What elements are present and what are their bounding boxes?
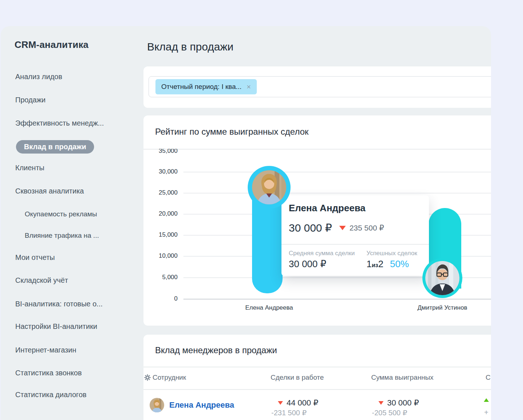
sidebar-item-bi-reports[interactable]: BI-аналитика: готовые о... xyxy=(15,300,103,308)
cell-won-sum: 30 000 ₽ xyxy=(371,398,419,408)
sidebar-item-lead-analysis[interactable]: Анализ лидов xyxy=(15,73,62,81)
sidebar-item-manager-efficiency[interactable]: Эффективность менедж... xyxy=(15,119,104,127)
cell-deals-in-progress: 44 000 ₽ xyxy=(271,398,318,408)
app-window: CRM-аналитика Анализ лидов Продажи Эффек… xyxy=(1,26,491,420)
y-tick-10000: 10,000 xyxy=(143,252,178,260)
x-label-elena: Елена Андреева xyxy=(215,304,324,311)
cell-clipped-delta: + xyxy=(484,408,488,417)
filter-card: Отчетный период: I ква... × xyxy=(143,66,491,108)
tooltip-success-label: Успешных сделок xyxy=(366,250,417,257)
tooltip-value: 30 000 ₽ xyxy=(289,221,332,234)
y-tick-20000: 20,000 xyxy=(143,210,178,217)
gridline xyxy=(183,172,491,172)
col-header-won-sum[interactable]: Сумма выигранных xyxy=(371,374,434,382)
cell-clipped-trend xyxy=(484,398,489,402)
cell-won-sum-delta: -205 500 ₽ xyxy=(372,408,407,417)
tooltip-success-percent: 50% xyxy=(390,258,409,270)
chip-close-icon[interactable]: × xyxy=(247,83,251,90)
sidebar-item-online-store[interactable]: Интернет-магазин xyxy=(15,346,76,354)
x-axis-line xyxy=(183,299,491,299)
tooltip-avg-label: Средняя сумма сделки xyxy=(289,250,355,257)
tooltip-success-value: 1из2 50% xyxy=(366,258,409,270)
tooltip-delta: 235 500 ₽ xyxy=(349,224,384,232)
tooltip-name: Елена Андреева xyxy=(289,203,365,214)
divider xyxy=(143,389,491,390)
trend-down-icon xyxy=(378,401,384,405)
row-avatar-elena xyxy=(150,398,164,412)
chart-avatar-elena[interactable] xyxy=(248,166,291,209)
chart-plot-area: 35,000 30,000 25,000 20,000 15,000 10,00… xyxy=(143,149,491,326)
filter-chip-label: Отчетный период: I ква... xyxy=(161,83,242,91)
col-header-employee[interactable]: Сотрудник xyxy=(153,374,186,382)
divider xyxy=(281,244,429,245)
chart-avatar-dmitry[interactable] xyxy=(422,258,462,298)
y-tick-35000: 35,000 xyxy=(143,149,178,155)
x-label-dmitry: Дмитрий Устинов xyxy=(388,304,491,311)
trend-down-icon xyxy=(278,401,283,405)
y-tick-30000: 30,000 xyxy=(143,168,178,175)
app-title: CRM-аналитика xyxy=(15,39,89,50)
avatar-elena-image xyxy=(252,170,286,204)
tooltip-avg-value: 30 000 ₽ xyxy=(289,258,326,270)
sidebar-item-call-stats[interactable]: Статистика звонков xyxy=(15,369,82,377)
sidebar-item-sales-contribution-selected[interactable]: Вклад в продажи xyxy=(16,140,94,154)
chart-tooltip: Елена Андреева 30 000 ₽ 235 500 ₽ Средня… xyxy=(281,195,429,276)
gridline xyxy=(183,193,491,193)
col-header-clipped[interactable]: С xyxy=(486,374,491,382)
table-title: Вклад менеджеров в продажи xyxy=(155,345,277,355)
sidebar-item-warehouse[interactable]: Складской учёт xyxy=(15,276,68,285)
sidebar-item-clients[interactable]: Клиенты xyxy=(15,164,44,172)
sidebar-item-dialog-stats[interactable]: Статистика диалогов xyxy=(15,391,86,399)
sidebar-item-end-to-end-analytics[interactable]: Сквозная аналитика xyxy=(15,187,84,195)
avatar-dmitry-image xyxy=(425,261,459,295)
employee-link-elena[interactable]: Елена Андреева xyxy=(169,400,234,410)
sidebar-item-ad-payback[interactable]: Окупаемость рекламы xyxy=(25,210,97,218)
sidebar-item-bi-settings[interactable]: Настройки BI-аналитики xyxy=(15,322,97,331)
trend-down-icon xyxy=(339,226,346,230)
cell-deals-in-progress-delta: -231 500 ₽ xyxy=(271,408,307,417)
rating-chart-card: Рейтинг по сумме выигранных сделок 35,00… xyxy=(143,115,491,326)
divider xyxy=(143,367,491,367)
y-tick-5000: 5,000 xyxy=(143,274,178,281)
filter-input[interactable]: Отчетный период: I ква... × xyxy=(149,76,491,97)
sidebar-item-sales[interactable]: Продажи xyxy=(15,96,46,104)
y-tick-25000: 25,000 xyxy=(143,189,178,196)
sidebar-item-traffic-impact[interactable]: Влияние трафика на ... xyxy=(25,232,99,240)
managers-table-card: Вклад менеджеров в продажи Сотрудник Сде… xyxy=(143,335,491,420)
col-header-deals-in-progress[interactable]: Сделки в работе xyxy=(271,374,324,382)
chart-title: Рейтинг по сумме выигранных сделок xyxy=(155,127,309,137)
trend-up-icon xyxy=(484,398,489,402)
sidebar-item-my-reports[interactable]: Мои отчеты xyxy=(15,253,55,262)
page-title: Вклад в продажи xyxy=(147,41,234,53)
filter-chip-report-period[interactable]: Отчетный период: I ква... × xyxy=(155,79,257,94)
page: CRM-аналитика Анализ лидов Продажи Эффек… xyxy=(0,0,523,420)
y-tick-0: 0 xyxy=(143,295,178,302)
y-tick-15000: 15,000 xyxy=(143,231,178,238)
table-settings-gear-icon[interactable] xyxy=(144,374,151,381)
